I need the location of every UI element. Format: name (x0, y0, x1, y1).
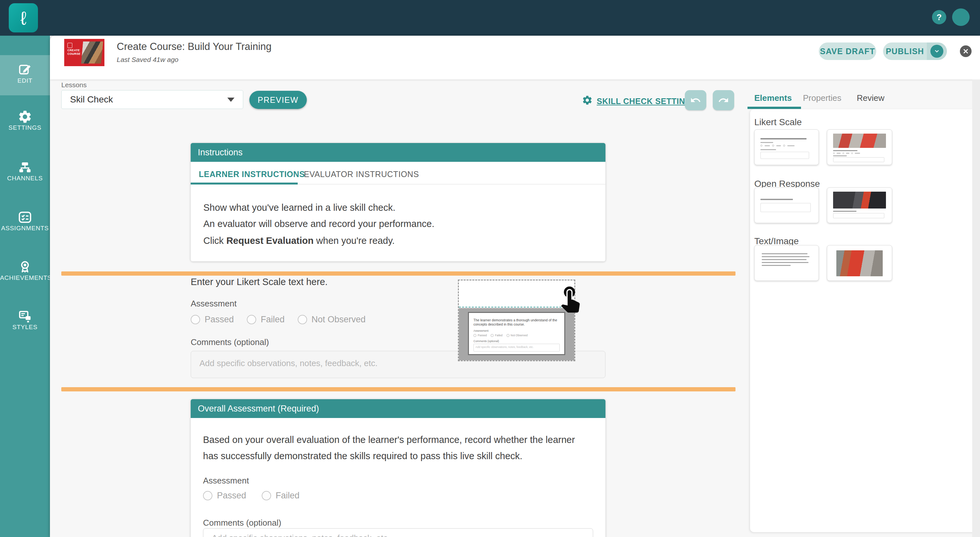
likert-radio-row: Passed Failed Not Observed (191, 315, 366, 325)
overall-radio-row: Passed Failed (203, 491, 300, 501)
radio-circle-icon (191, 315, 200, 324)
save-draft-button[interactable]: SAVE DRAFT (819, 43, 876, 60)
sidebar-item-settings[interactable]: SETTINGS (0, 109, 50, 131)
close-icon (963, 48, 969, 54)
page-title: Create Course: Build Your Training (117, 41, 271, 52)
instructions-line-1: Show what you've learned in a live skill… (203, 202, 395, 213)
section-label-likert: Likert Scale (754, 117, 802, 127)
publish-button[interactable]: PUBLISH (883, 43, 927, 60)
lessons-label: Lessons (61, 81, 87, 89)
tab-review[interactable]: Review (857, 93, 885, 103)
undo-button[interactable] (685, 90, 706, 110)
overall-assessment-card: Overall Assessment (Required) Based on y… (191, 399, 605, 537)
open-response-thumb-photo (833, 192, 886, 208)
top-bar: ℓ ? (0, 0, 980, 36)
likert-assessment-label: Assessment (191, 299, 237, 309)
element-likert-image[interactable] (827, 129, 892, 165)
instructions-line-2: An evaluator will observe and record you… (203, 219, 434, 229)
course-thumbnail: CREATE COURSE (64, 39, 104, 66)
gear-icon (582, 95, 593, 106)
element-paragraph[interactable] (754, 245, 819, 281)
radio-passed[interactable]: Passed (191, 315, 234, 325)
radio-failed[interactable]: Failed (247, 315, 285, 325)
likert-thumb-photo (833, 133, 886, 148)
lesson-dropdown[interactable]: Skil Check (61, 90, 243, 109)
sidebar-item-edit[interactable]: EDIT (0, 62, 50, 84)
undo-icon (690, 95, 701, 106)
modal-header: CREATE COURSE Create Course: Build Your … (50, 36, 980, 79)
sidebar: EDIT SETTINGS CHANNELS ASSIGNMENTS (0, 36, 50, 537)
lesson-dropdown-value: Skil Check (70, 94, 113, 105)
sidebar-item-achievements[interactable]: ACHIEVEMENTS (0, 259, 50, 281)
radio-circle-icon (247, 315, 256, 324)
redo-icon (718, 95, 729, 106)
app-logo[interactable]: ℓ (9, 3, 38, 32)
close-button[interactable] (960, 45, 972, 57)
element-open-response-text[interactable] (754, 187, 819, 223)
sitemap-icon (18, 160, 32, 175)
tab-evaluator-instructions[interactable]: EVALUATOR INSTRUCTIONS (304, 170, 419, 179)
drop-indicator-top (61, 272, 735, 276)
elements-panel: Likert Scale Open Response (750, 109, 980, 532)
preview-button[interactable]: PREVIEW (250, 91, 307, 109)
likert-comments-label: Comments (optional) (191, 337, 269, 347)
help-button[interactable]: ? (932, 10, 946, 24)
ghost-likert-card: The learner demonstrates a thorough unde… (468, 312, 565, 355)
likert-prompt-text[interactable]: Enter your Likert Scale text here. (191, 276, 328, 287)
element-open-response-image[interactable] (827, 187, 892, 223)
overall-card-header: Overall Assessment (Required) (191, 399, 605, 418)
pencil-square-icon (18, 62, 32, 77)
radio-failed[interactable]: Failed (262, 491, 300, 501)
avatar[interactable] (952, 8, 970, 26)
radio-passed[interactable]: Passed (203, 491, 246, 501)
active-tab-underline (191, 183, 298, 184)
tab-learner-instructions[interactable]: LEARNER INSTRUCTIONS (199, 170, 305, 179)
panel-scrollbar[interactable] (972, 79, 980, 537)
instructions-line-3: Click Request Evaluation when you're rea… (203, 235, 395, 246)
panel-active-tab-underline (748, 107, 801, 109)
course-add-icon (67, 43, 72, 48)
sidebar-item-assignments[interactable]: ASSIGNMENTS (0, 210, 50, 232)
tab-properties[interactable]: Properties (803, 93, 842, 103)
instructions-card: Instructions LEARNER INSTRUCTIONS EVALUA… (191, 143, 605, 261)
instructions-card-header: Instructions (191, 143, 605, 162)
styles-icon (18, 309, 32, 324)
drop-indicator-bottom (61, 387, 735, 391)
overall-comments-input[interactable] (203, 528, 593, 537)
element-likert-text[interactable] (754, 129, 819, 165)
dropdown-caret-icon (228, 98, 234, 102)
text-image-thumb-photo (836, 250, 883, 276)
course-editor-modal: CREATE COURSE Create Course: Build Your … (50, 36, 980, 537)
skill-check-settings-link[interactable]: SKILL CHECK SETTINGS (597, 97, 697, 106)
gear-icon (18, 109, 32, 124)
sidebar-item-styles[interactable]: STYLES (0, 309, 50, 331)
ghost-preview-area: The learner demonstrates a thorough unde… (459, 308, 574, 360)
award-icon (18, 259, 32, 274)
publish-menu-button[interactable] (927, 43, 947, 60)
overall-assessment-label: Assessment (203, 476, 249, 486)
tab-elements[interactable]: Elements (754, 93, 792, 103)
redo-button[interactable] (713, 90, 734, 110)
checklist-icon (18, 210, 32, 225)
last-saved-text: Last Saved 41w ago (117, 56, 178, 64)
overall-body-text: Based on your overall evaluation of the … (203, 432, 589, 464)
course-thumbnail-photo (80, 41, 104, 65)
touch-cursor-icon (555, 283, 585, 313)
overall-comments-label: Comments (optional) (203, 518, 281, 528)
publish-split-button: PUBLISH (883, 43, 947, 60)
radio-circle-icon (298, 315, 307, 324)
element-image[interactable] (827, 245, 892, 281)
radio-not-observed[interactable]: Not Observed (298, 315, 366, 325)
radio-circle-icon (262, 491, 271, 500)
radio-circle-icon (203, 491, 212, 500)
chevron-down-icon (931, 45, 943, 58)
sidebar-item-channels[interactable]: CHANNELS (0, 160, 50, 182)
